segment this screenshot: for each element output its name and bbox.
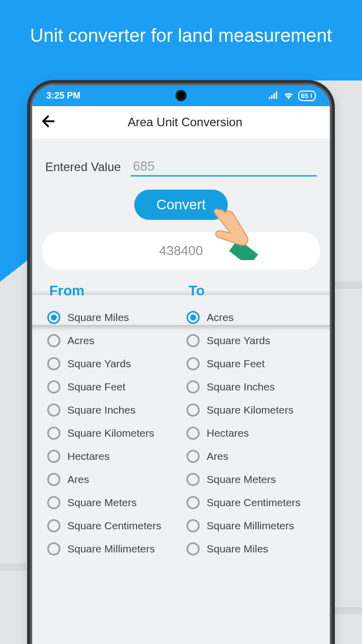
entered-value-input[interactable]: [131, 157, 317, 177]
from-option[interactable]: Acres: [47, 329, 182, 352]
from-option[interactable]: Square Feet: [47, 375, 182, 398]
radio-icon[interactable]: [187, 473, 200, 486]
to-option[interactable]: Square Inches: [187, 375, 321, 398]
radio-icon[interactable]: [187, 427, 200, 440]
to-option-label: Square Kilometers: [207, 404, 294, 416]
radio-icon[interactable]: [47, 427, 60, 440]
from-option-label: Hectares: [67, 450, 110, 462]
radio-icon[interactable]: [47, 334, 60, 347]
to-option[interactable]: Square Meters: [187, 468, 321, 491]
from-option-label: Square Meters: [67, 497, 137, 509]
from-option-label: Square Millimeters: [67, 543, 155, 555]
to-option-label: Square Millimeters: [207, 520, 294, 532]
radio-icon[interactable]: [47, 380, 60, 393]
status-bar: 3:25 PM 65: [32, 85, 330, 106]
from-option-label: Square Centimeters: [67, 520, 161, 532]
radio-icon[interactable]: [47, 311, 60, 324]
result-value: 438400: [159, 243, 203, 258]
radio-icon[interactable]: [187, 542, 200, 555]
battery-icon: 65: [298, 91, 316, 101]
radio-icon[interactable]: [187, 311, 200, 324]
to-option[interactable]: Square Feet: [187, 352, 321, 375]
back-icon[interactable]: [40, 113, 57, 132]
from-option[interactable]: Square Miles: [47, 306, 182, 329]
from-title: From: [49, 283, 182, 299]
to-option-label: Acres: [207, 311, 234, 324]
app-header: Area Unit Conversion: [32, 106, 330, 138]
from-option[interactable]: Square Inches: [47, 398, 182, 422]
wifi-icon: [283, 91, 294, 100]
status-time: 3:25 PM: [46, 91, 80, 101]
radio-icon[interactable]: [187, 450, 200, 463]
radio-icon[interactable]: [47, 496, 60, 509]
from-option-label: Square Kilometers: [67, 427, 154, 439]
to-option[interactable]: Square Yards: [187, 329, 321, 352]
from-option[interactable]: Ares: [47, 468, 182, 491]
radio-icon[interactable]: [187, 404, 200, 417]
radio-icon[interactable]: [47, 450, 60, 463]
to-option-label: Square Inches: [207, 381, 275, 393]
radio-icon[interactable]: [187, 334, 200, 347]
signal-icon: [268, 91, 279, 100]
from-option[interactable]: Square Kilometers: [47, 422, 182, 445]
to-option[interactable]: Square Centimeters: [187, 491, 321, 514]
radio-icon[interactable]: [47, 473, 60, 486]
to-option-label: Ares: [207, 450, 228, 462]
to-option[interactable]: Ares: [187, 445, 321, 468]
radio-icon[interactable]: [187, 380, 200, 393]
to-option[interactable]: Square Miles: [187, 537, 321, 560]
radio-icon[interactable]: [187, 496, 200, 509]
from-option[interactable]: Square Yards: [47, 352, 182, 375]
to-option[interactable]: Hectares: [187, 422, 321, 445]
radio-icon[interactable]: [47, 357, 60, 370]
page-title: Area Unit Conversion: [65, 115, 305, 129]
entered-value-label: Entered Value: [45, 160, 121, 174]
to-column: To AcresSquare YardsSquare FeetSquare In…: [187, 283, 321, 560]
from-option[interactable]: Hectares: [47, 445, 182, 468]
from-option-label: Square Miles: [67, 311, 129, 324]
radio-icon[interactable]: [47, 519, 60, 532]
from-option-label: Square Feet: [67, 381, 126, 393]
to-option-label: Square Yards: [207, 335, 270, 347]
from-option-label: Acres: [67, 335, 95, 347]
from-option[interactable]: Square Centimeters: [47, 514, 182, 537]
to-option-label: Square Feet: [207, 358, 265, 370]
radio-icon[interactable]: [47, 542, 60, 555]
from-option[interactable]: Square Meters: [47, 491, 182, 514]
from-option-label: Square Yards: [67, 358, 131, 370]
phone-frame: 3:25 PM 65 Area Unit Conversion Entered …: [30, 83, 332, 644]
from-option[interactable]: Square Millimeters: [47, 537, 182, 560]
from-option-label: Ares: [67, 473, 89, 486]
radio-icon[interactable]: [187, 357, 200, 370]
to-option-label: Hectares: [207, 427, 249, 439]
to-option[interactable]: Square Kilometers: [187, 398, 321, 422]
to-option[interactable]: Square Millimeters: [187, 514, 321, 537]
promo-title: Unit converter for land measurement: [0, 25, 362, 46]
to-option[interactable]: Acres: [187, 306, 321, 329]
camera-notch: [175, 90, 187, 101]
to-option-label: Square Centimeters: [207, 497, 301, 509]
result-card: 438400: [42, 232, 320, 270]
radio-icon[interactable]: [187, 519, 200, 532]
to-option-label: Square Miles: [207, 543, 268, 555]
from-option-label: Square Inches: [67, 404, 135, 416]
from-column: From Square MilesAcresSquare YardsSquare…: [47, 283, 182, 560]
convert-button[interactable]: Convert: [134, 190, 228, 220]
to-title: To: [189, 283, 321, 299]
radio-icon[interactable]: [47, 404, 60, 417]
to-option-label: Square Meters: [207, 473, 276, 486]
from-options: Square MilesAcresSquare YardsSquare Feet…: [47, 306, 182, 560]
to-options: AcresSquare YardsSquare FeetSquare Inche…: [187, 306, 321, 560]
